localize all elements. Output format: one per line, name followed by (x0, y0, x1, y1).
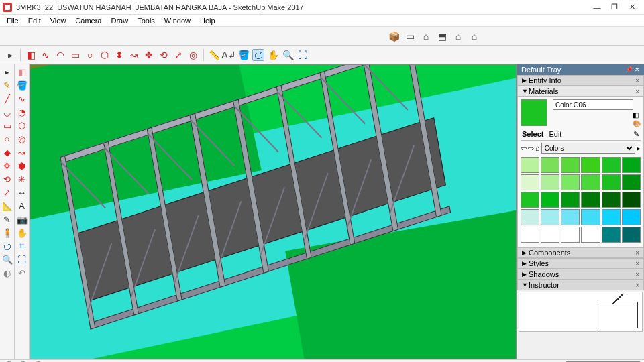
component-icon[interactable]: 📦 (388, 30, 400, 42)
panel-instructor[interactable]: ▼ Instructor × (517, 280, 644, 290)
color-swatch[interactable] (541, 174, 559, 190)
color-swatch[interactable] (541, 209, 559, 225)
push-icon[interactable]: ◆ (1, 146, 13, 158)
pie-icon[interactable]: ◔ (16, 106, 28, 118)
color-swatch[interactable] (561, 209, 580, 225)
menu-file[interactable]: File (3, 16, 23, 25)
shape-icon[interactable]: ▭ (1, 119, 13, 131)
color-swatch[interactable] (581, 227, 600, 243)
polygon-tool-icon[interactable]: ⬡ (99, 49, 111, 61)
freehand2-icon[interactable]: ∿ (16, 93, 28, 105)
color-swatch[interactable] (622, 227, 641, 243)
collection-select[interactable]: Colors (541, 143, 635, 154)
paint2-icon[interactable]: 🪣 (16, 79, 28, 91)
color-swatch[interactable] (561, 174, 580, 190)
orbit2-icon[interactable]: ⭯ (1, 240, 13, 252)
color-swatch[interactable] (541, 227, 559, 243)
color-swatch[interactable] (521, 174, 539, 190)
material-name-input[interactable] (553, 99, 633, 110)
close-icon[interactable]: × (635, 249, 639, 257)
home-icon[interactable]: ⌂ (535, 144, 540, 152)
position-camera-icon[interactable]: 📷 (16, 213, 28, 225)
scale2-icon[interactable]: ⤢ (1, 186, 13, 198)
outer-shell-icon[interactable]: ⬢ (16, 160, 28, 172)
move2-icon[interactable]: ✥ (1, 160, 13, 172)
pan2-icon[interactable]: ✋ (16, 227, 28, 239)
front-view-icon[interactable]: ⌂ (452, 30, 464, 42)
close-icon[interactable]: × (635, 260, 639, 267)
move-tool-icon[interactable]: ✥ (143, 49, 155, 61)
details-icon[interactable]: ▸ (637, 144, 641, 153)
color-swatch[interactable] (602, 174, 621, 190)
panel-materials[interactable]: ▼ Materials × (517, 86, 644, 97)
eyedropper-icon[interactable]: ✎ (633, 130, 639, 139)
color-swatch[interactable] (561, 192, 580, 208)
color-swatch[interactable] (602, 209, 621, 225)
dimension-icon[interactable]: ↔ (16, 186, 28, 198)
tape2-icon[interactable]: 📐 (1, 200, 13, 212)
zoom-extents2-icon[interactable]: ⛶ (16, 253, 28, 265)
close-icon[interactable]: × (635, 77, 639, 84)
arc-tool-icon[interactable]: ◠ (54, 49, 66, 61)
followme2-icon[interactable]: ↝ (16, 146, 28, 158)
color-swatch[interactable] (521, 209, 539, 225)
select-icon[interactable]: ▸ (1, 66, 13, 78)
tape-tool-icon[interactable]: 📏 (208, 49, 220, 61)
fwd-icon[interactable]: ⇨ (528, 144, 534, 153)
rotate2-icon[interactable]: ⟲ (1, 173, 13, 185)
close-button[interactable]: ✕ (628, 3, 636, 11)
panel-styles[interactable]: ▶ Styles × (517, 258, 644, 269)
color-swatch[interactable] (521, 192, 539, 208)
scale-tool-icon[interactable]: ⤢ (172, 49, 184, 61)
box-icon[interactable]: ▭ (404, 30, 416, 42)
color-swatch[interactable] (521, 227, 539, 243)
color-swatch[interactable] (602, 192, 621, 208)
tab-select[interactable]: Select (522, 130, 543, 139)
prev-view-icon[interactable]: ↶ (16, 267, 28, 279)
panel-components[interactable]: ▶ Components × (517, 247, 644, 258)
zoom-tool-icon[interactable]: 🔍 (282, 49, 294, 61)
color-swatch[interactable] (622, 157, 641, 173)
side-view-icon[interactable]: ⌂ (468, 30, 480, 42)
back-icon[interactable]: ⇦ (521, 144, 527, 153)
freehand-tool-icon[interactable]: ∿ (40, 49, 52, 61)
color-swatch[interactable] (521, 157, 539, 173)
top-view-icon[interactable]: ⬒ (436, 30, 448, 42)
followme-tool-icon[interactable]: ↝ (128, 49, 140, 61)
section-icon[interactable]: ◐ (1, 267, 13, 279)
menu-camera[interactable]: Camera (71, 16, 105, 25)
color-swatch[interactable] (541, 192, 559, 208)
panel-shadows[interactable]: ▶ Shadows × (517, 269, 644, 280)
select-tool-icon[interactable]: ▸ (4, 49, 16, 61)
color-swatch[interactable] (541, 157, 559, 173)
create-material-icon[interactable]: 🎨 (633, 120, 641, 127)
offset2-icon[interactable]: ◎ (16, 133, 28, 145)
iso-view-icon[interactable]: ⌂ (420, 30, 432, 42)
walk-icon[interactable]: 🧍 (1, 227, 13, 239)
color-swatch[interactable] (581, 192, 600, 208)
panel-entity-info[interactable]: ▶ Entity Info × (517, 75, 644, 86)
color-swatch[interactable] (561, 227, 580, 243)
color-swatch[interactable] (561, 157, 580, 173)
zoom-window-icon[interactable]: ⌗ (16, 240, 28, 252)
close-icon[interactable]: × (635, 282, 639, 289)
current-material-swatch[interactable] (521, 99, 547, 126)
menu-draw[interactable]: Draw (107, 16, 132, 25)
color-swatch[interactable] (581, 174, 600, 190)
close-icon[interactable]: × (635, 271, 639, 278)
maximize-button[interactable]: ❐ (610, 3, 619, 11)
toggle-icon[interactable]: ◧ (633, 111, 641, 119)
color-swatch[interactable] (622, 174, 641, 190)
menu-help[interactable]: Help (196, 16, 219, 25)
3dtext-icon[interactable]: A (16, 200, 28, 212)
text-tool-icon[interactable]: A↲ (223, 49, 235, 61)
close-icon[interactable]: × (635, 88, 639, 95)
line-icon[interactable]: ╱ (1, 93, 13, 105)
circle2-icon[interactable]: ○ (1, 133, 13, 145)
color-swatch[interactable] (622, 209, 641, 225)
zoom-extents-icon[interactable]: ⛶ (297, 49, 309, 61)
viewport-3d[interactable] (30, 64, 517, 359)
pin-icon[interactable]: 📌 ✕ (625, 66, 640, 73)
eraser-tool-icon[interactable]: ◧ (25, 49, 37, 61)
rotate-tool-icon[interactable]: ⟲ (158, 49, 170, 61)
